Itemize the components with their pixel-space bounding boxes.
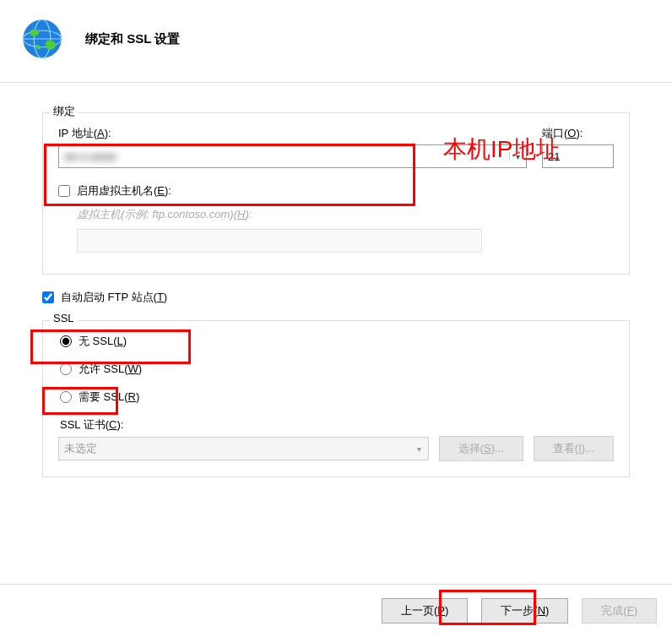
binding-fieldset: 绑定 IP 地址(A): ■■ ■.■■■■ ▾ 端口(O):	[42, 112, 630, 275]
ip-label-pre: IP 地址(	[58, 127, 97, 139]
autostart-label: 自动启动 FTP 站点(T)	[61, 290, 167, 305]
port-label-pre: 端口(	[542, 127, 567, 139]
autostart-checkbox[interactable]	[42, 291, 54, 303]
port-hotkey: O	[567, 127, 576, 139]
view-post: )...	[582, 442, 594, 455]
vhost-input-wrap	[77, 229, 614, 253]
ssl-none-row: 无 SSL(L)	[60, 334, 614, 349]
vhost-enable-hotkey: E	[157, 184, 165, 197]
next-post: )	[545, 604, 549, 617]
ssl-cert-post: ):	[117, 418, 123, 431]
finish-button: 完成(F)	[582, 598, 657, 623]
autostart-row: 自动启动 FTP 站点(T)	[42, 290, 630, 305]
chevron-down-icon: ▾	[417, 444, 421, 454]
ssl-view-button: 查看(I)...	[534, 436, 614, 461]
vhost-enable-post: ):	[165, 184, 171, 197]
ssl-require-post: )	[136, 390, 139, 403]
ip-address-select[interactable]: ■■ ■.■■■■ ▾	[58, 144, 527, 168]
chevron-down-icon: ▾	[509, 152, 526, 161]
vhost-input	[77, 229, 482, 253]
ssl-require-pre: 需要 SSL(	[79, 390, 128, 403]
ssl-cert-row: 未选定 ▾ 选择(S)... 查看(I)...	[58, 436, 614, 461]
next-pre: 下一步(	[501, 604, 537, 617]
ssl-none-pre: 无 SSL(	[79, 335, 117, 347]
ssl-cert-select[interactable]: 未选定 ▾	[58, 437, 429, 460]
ssl-cert-value: 未选定	[64, 441, 97, 456]
next-hot: N	[538, 604, 545, 617]
port-label-post: ):	[576, 127, 583, 139]
ssl-allow-radio[interactable]	[60, 363, 72, 375]
vhost-enable-label: 启用虚拟主机名(E):	[77, 183, 171, 199]
ip-field: IP 地址(A): ■■ ■.■■■■ ▾	[58, 126, 527, 168]
sel-post: )...	[491, 442, 504, 455]
autostart-post: )	[164, 291, 167, 303]
ssl-require-radio[interactable]	[60, 391, 72, 403]
ssl-allow-post: )	[138, 362, 142, 375]
dialog-header: 绑定和 SSL 设置	[0, 0, 672, 83]
page-title: 绑定和 SSL 设置	[85, 31, 180, 47]
ssl-require-row: 需要 SSL(R)	[60, 389, 614, 405]
ssl-none-post: )	[123, 335, 127, 347]
ssl-none-hotkey: L	[117, 335, 123, 347]
view-pre: 查看(	[553, 442, 578, 455]
ip-port-row: IP 地址(A): ■■ ■.■■■■ ▾ 端口(O):	[58, 126, 614, 168]
prev-pre: 上一页(	[401, 604, 437, 617]
ssl-allow-pre: 允许 SSL(	[79, 362, 128, 375]
prev-post: )	[445, 604, 448, 617]
port-input-wrap	[542, 144, 614, 168]
fin-post: )	[634, 604, 637, 617]
previous-button[interactable]: 上一页(P)	[382, 598, 468, 623]
ssl-allow-label: 允许 SSL(W)	[79, 362, 142, 377]
port-input[interactable]	[543, 145, 613, 167]
autostart-hotkey: T	[157, 291, 164, 303]
ip-label: IP 地址(A):	[58, 126, 527, 141]
port-label: 端口(O):	[542, 126, 614, 141]
vhost-hint-pre: 虚拟主机(示例: ftp.contoso.com)(	[77, 208, 237, 220]
ssl-legend: SSL	[50, 312, 78, 324]
ssl-cert-pre: SSL 证书(	[60, 418, 109, 431]
vhost-hint-hotkey: H	[237, 208, 245, 220]
prev-hot: P	[437, 604, 445, 617]
ssl-require-label: 需要 SSL(R)	[79, 389, 139, 405]
dialog-footer: 上一页(P) 下一步(N) 完成(F)	[0, 584, 672, 637]
port-field: 端口(O):	[542, 126, 614, 168]
sel-pre: 选择(	[458, 442, 484, 455]
ssl-cert-label: SSL 证书(C):	[60, 417, 614, 433]
ssl-fieldset: SSL 无 SSL(L) 允许 SSL(W) 需要 SSL(R) SSL 证书(…	[42, 320, 630, 477]
sel-hot: S	[484, 442, 491, 455]
globe-icon	[20, 17, 64, 61]
fin-pre: 完成(	[601, 604, 626, 617]
ssl-require-hotkey: R	[128, 390, 136, 403]
dialog-content: 绑定 IP 地址(A): ■■ ■.■■■■ ▾ 端口(O):	[0, 83, 672, 477]
vhost-enable-checkbox[interactable]	[58, 185, 70, 197]
ssl-allow-row: 允许 SSL(W)	[60, 362, 614, 377]
ip-hotkey: A	[97, 127, 105, 139]
ssl-none-radio[interactable]	[60, 335, 72, 347]
vhost-enable-pre: 启用虚拟主机名(	[77, 184, 157, 197]
ssl-select-button: 选择(S)...	[439, 436, 523, 461]
fin-hot: F	[627, 604, 634, 617]
vhost-hint-post: ):	[245, 208, 252, 220]
ssl-cert-hotkey: C	[109, 418, 117, 431]
ip-address-value: ■■ ■.■■■■	[59, 150, 509, 163]
ssl-allow-hotkey: W	[128, 362, 138, 375]
vhost-enable-row: 启用虚拟主机名(E):	[58, 183, 614, 199]
ip-label-post: ):	[105, 127, 111, 139]
vhost-hint: 虚拟主机(示例: ftp.contoso.com)(H):	[77, 207, 614, 222]
autostart-pre: 自动启动 FTP 站点(	[61, 291, 157, 303]
next-button[interactable]: 下一步(N)	[481, 598, 568, 623]
binding-legend: 绑定	[50, 104, 79, 119]
ssl-none-label: 无 SSL(L)	[79, 334, 127, 349]
